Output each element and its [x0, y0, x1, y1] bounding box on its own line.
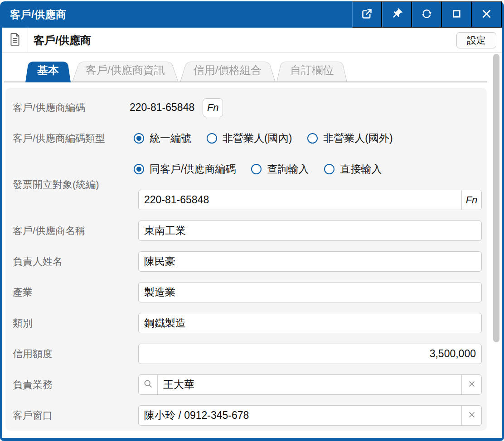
open-external-button[interactable]	[352, 1, 382, 28]
contact-input[interactable]	[139, 406, 461, 425]
window-controls	[352, 1, 502, 28]
refresh-icon	[421, 8, 433, 21]
invoice-number-input[interactable]	[139, 190, 461, 210]
row-sales-rep: 負責業務	[13, 374, 482, 395]
row-credit-limit: 信用額度	[13, 344, 482, 364]
radio-icon	[134, 133, 144, 144]
sales-rep-input-group	[138, 374, 482, 395]
close-button[interactable]	[472, 1, 502, 28]
invoice-fn-button[interactable]: Fn	[461, 190, 481, 210]
credit-limit-input[interactable]	[139, 344, 481, 364]
pin-icon	[391, 8, 403, 21]
sales-rep-label: 負責業務	[13, 378, 130, 392]
contact-input-group	[138, 405, 482, 426]
sales-rep-input[interactable]	[158, 375, 461, 394]
close-icon	[480, 8, 493, 21]
row-contact: 客戶窗口	[13, 405, 482, 426]
maximize-icon	[451, 8, 462, 21]
name-input[interactable]	[139, 221, 481, 240]
owner-label: 負責人姓名	[13, 255, 130, 268]
radio-option-unified-number[interactable]: 統一編號	[134, 131, 191, 145]
page-title: 客戶/供應商	[34, 33, 456, 48]
clear-icon	[467, 410, 476, 421]
maximize-button[interactable]	[442, 1, 472, 28]
code-fn-button[interactable]: Fn	[203, 98, 223, 117]
radio-icon	[324, 164, 334, 174]
sales-rep-search-button[interactable]	[139, 375, 158, 394]
radio-icon	[251, 164, 262, 174]
contact-label: 客戶窗口	[13, 409, 130, 422]
vertical-scrollbar-thumb[interactable]	[493, 54, 499, 342]
settings-button[interactable]: 設定	[456, 32, 496, 48]
window-body: 客戶/供應商 設定 基本 客戶/供應商資訊 信用/價格組合 自訂欄位 客戶/供應…	[2, 28, 502, 438]
industry-label: 產業	[13, 286, 130, 299]
pin-button[interactable]	[382, 1, 412, 28]
row-category: 類別	[13, 313, 482, 333]
row-owner: 負責人姓名	[13, 251, 482, 272]
sales-rep-clear-button[interactable]	[461, 375, 481, 394]
document-icon-cell	[2, 28, 28, 53]
tab-custom-fields[interactable]: 自訂欄位	[276, 58, 347, 82]
tab-basic[interactable]: 基本	[25, 58, 71, 82]
refresh-button[interactable]	[412, 1, 442, 28]
category-input-group	[138, 313, 482, 333]
credit-limit-input-group	[138, 344, 482, 364]
row-code: 客戶/供應商編碼 220-81-65848 Fn	[13, 97, 482, 118]
invoice-target-label: 發票開立對象(統編)	[13, 178, 130, 192]
tab-strip-divider	[4, 81, 487, 82]
category-input[interactable]	[139, 313, 481, 333]
app-window: 客戶/供應商	[0, 1, 504, 441]
credit-limit-label: 信用額度	[13, 347, 130, 361]
owner-input[interactable]	[139, 252, 481, 271]
invoice-target-radio-group: 同客戶/供應商編碼 查詢輸入 直接輸入	[130, 162, 382, 176]
industry-input-group	[138, 282, 482, 302]
document-icon	[9, 33, 21, 48]
row-code-type: 客戶/供應商編碼類型 統一編號 非營業人(國內) 非營業	[13, 128, 482, 149]
title-bar: 客戶/供應商	[2, 1, 502, 28]
radio-option-same-as-code[interactable]: 同客戶/供應商編碼	[134, 162, 236, 176]
name-label: 客戶/供應商名稱	[13, 224, 130, 238]
radio-option-query-input[interactable]: 查詢輸入	[251, 162, 309, 176]
toolbar: 客戶/供應商 設定	[2, 28, 502, 53]
category-label: 類別	[13, 316, 130, 330]
code-label: 客戶/供應商編碼	[13, 101, 130, 115]
contact-clear-button[interactable]	[461, 406, 481, 425]
row-industry: 產業	[13, 282, 482, 302]
owner-input-group	[138, 251, 482, 272]
tab-credit-price-combo[interactable]: 信用/價格組合	[180, 58, 276, 82]
radio-icon	[134, 164, 144, 174]
form-panel: 客戶/供應商編碼 220-81-65848 Fn 客戶/供應商編碼類型 統一編號	[5, 88, 487, 431]
search-icon	[143, 379, 153, 391]
code-value: 220-81-65848	[130, 101, 194, 114]
open-external-icon	[361, 8, 373, 21]
name-input-group	[138, 220, 482, 241]
clear-icon	[467, 379, 476, 390]
code-type-radio-group: 統一編號 非營業人(國內) 非營業人(國外)	[130, 131, 393, 145]
radio-icon	[307, 133, 318, 144]
row-name: 客戶/供應商名稱	[13, 220, 482, 241]
invoice-number-input-group: Fn	[138, 190, 482, 210]
radio-option-direct-input[interactable]: 直接輸入	[324, 162, 382, 176]
radio-icon	[207, 133, 217, 144]
row-invoice-target: 發票開立對象(統編) 同客戶/供應商編碼 查詢輸入	[13, 159, 482, 210]
code-type-label: 客戶/供應商編碼類型	[13, 132, 130, 145]
window-title: 客戶/供應商	[10, 8, 66, 22]
radio-option-nonbusiness-domestic[interactable]: 非營業人(國內)	[207, 131, 292, 145]
tab-customer-supplier-info[interactable]: 客戶/供應商資訊	[72, 58, 179, 82]
industry-input[interactable]	[139, 283, 481, 302]
tab-strip: 基本 客戶/供應商資訊 信用/價格組合 自訂欄位	[2, 53, 502, 82]
radio-option-nonbusiness-foreign[interactable]: 非營業人(國外)	[307, 131, 393, 145]
